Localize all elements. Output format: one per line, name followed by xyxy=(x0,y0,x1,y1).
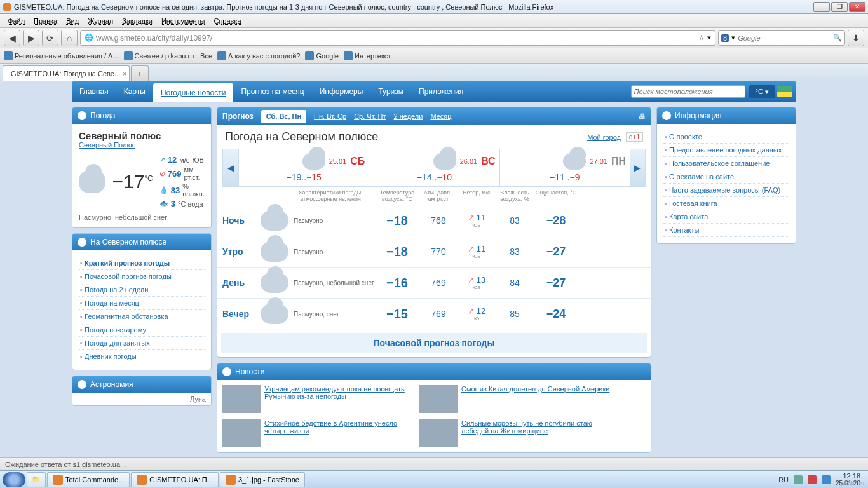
menu-item[interactable]: Правка xyxy=(30,16,61,26)
menu-item[interactable]: Справка xyxy=(210,16,245,26)
dropdown-icon[interactable]: ▾ xyxy=(707,34,711,42)
maximize-button[interactable]: ❐ xyxy=(831,2,848,12)
window-title: GISMETEO.UA: Погода на Северном полюсе н… xyxy=(14,3,813,11)
menu-item[interactable]: Инструменты xyxy=(158,16,209,26)
globe-icon: 🌐 xyxy=(85,34,93,42)
back-button[interactable]: ◀ xyxy=(4,30,20,46)
menu-item[interactable]: Вид xyxy=(62,16,83,26)
search-input[interactable] xyxy=(738,34,831,42)
bookmark-star-icon[interactable]: ☆ xyxy=(698,34,705,42)
search-engine-icon[interactable]: 8 xyxy=(721,34,729,42)
bookmark-item[interactable]: А как у вас с погодой? xyxy=(217,51,300,60)
bookmark-item[interactable]: Свежее / pikabu.ru - Все xyxy=(124,51,212,60)
minimize-button[interactable]: _ xyxy=(813,2,830,12)
url-bar[interactable]: 🌐 ☆ ▾ xyxy=(80,30,715,46)
forward-button[interactable]: ▶ xyxy=(23,30,39,46)
dropdown-icon[interactable]: ▾ xyxy=(731,34,735,42)
menu-item[interactable]: Файл xyxy=(4,16,29,26)
downloads-button[interactable]: ⬇ xyxy=(848,30,864,46)
browser-tab[interactable]: GISMETEO.UA: Погода на Севе... × xyxy=(3,65,130,81)
home-button[interactable]: ⌂ xyxy=(61,30,78,46)
close-button[interactable]: ✕ xyxy=(849,2,865,12)
search-icon[interactable]: 🔍 xyxy=(833,34,842,42)
bookmark-item[interactable]: Интертекст xyxy=(344,51,391,60)
menu-item[interactable]: Закладки xyxy=(118,16,156,26)
menu-item[interactable]: Журнал xyxy=(84,16,117,26)
firefox-icon xyxy=(3,3,11,11)
new-tab-button[interactable]: + xyxy=(131,65,149,81)
reload-button[interactable]: ⟳ xyxy=(42,30,58,46)
search-box[interactable]: 8 ▾ 🔍 xyxy=(718,30,845,46)
tab-label: GISMETEO.UA: Погода на Севе... xyxy=(11,70,120,78)
url-input[interactable] xyxy=(96,34,696,43)
bookmark-item[interactable]: Региональные объявления / А... xyxy=(4,51,119,60)
tab-close-icon[interactable]: × xyxy=(123,70,126,78)
bookmark-item[interactable]: Google xyxy=(305,51,338,60)
